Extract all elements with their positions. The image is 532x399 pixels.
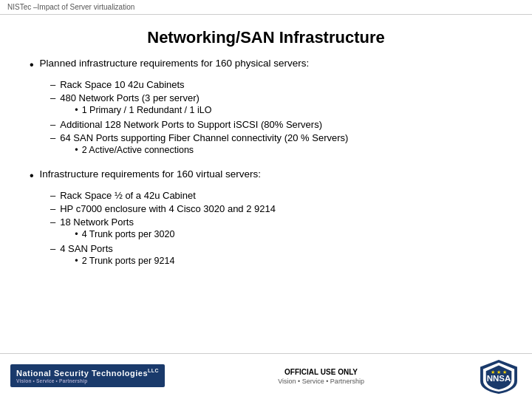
bullet-dot-1: • — [30, 58, 34, 73]
section1-intro-text: Planned infrastructure requirements for … — [40, 58, 310, 69]
sub-list-item: • 2 Trunk ports per 9214 — [75, 256, 174, 266]
header-bar: NISTec –Impact of Server virtualization — [0, 0, 532, 15]
section2-list: – Rack Space ½ of a 42u Cabinet – HP c70… — [50, 190, 502, 267]
list-item: – HP c7000 enclosure with 4 Cisco 3020 a… — [50, 203, 502, 214]
item-text: 64 SAN Ports supporting Fiber Channel co… — [60, 132, 348, 143]
item-text: 4 SAN Ports — [60, 243, 113, 254]
nst-sub: Vision • Service • Partnership — [16, 378, 159, 384]
sub-item-text: 4 Trunk ports per 3020 — [82, 229, 175, 239]
dash-icon: – — [50, 190, 55, 201]
footer-center: OFFICIAL USE ONLY Vision • Service • Par… — [165, 368, 477, 385]
sub-list-item: • 4 Trunk ports per 3020 — [75, 229, 174, 239]
nnsa-logo-svg: NNSA ★ ★ ★ — [477, 358, 520, 394]
dash-icon: – — [50, 216, 55, 228]
dash-icon: – — [50, 243, 55, 254]
bullet-small: • — [75, 145, 78, 155]
footer: National Security TechnologiesLLC Vision… — [0, 353, 532, 399]
dash-icon: – — [50, 132, 55, 143]
item-text: 18 Network Ports — [60, 216, 134, 228]
sub-sub-list: • 4 Trunk ports per 3020 — [75, 229, 174, 239]
section-physical: • Planned infrastructure requirements fo… — [30, 58, 502, 157]
sub-item-text: 2 Active/Active connections — [82, 145, 194, 155]
bullet-dot-2: • — [30, 168, 34, 184]
header-label: NISTec –Impact of Server virtualization — [7, 3, 134, 11]
content-area: • Planned infrastructure requirements fo… — [0, 58, 532, 267]
section2-intro-text: Infrastructure requirements for 160 virt… — [40, 168, 261, 180]
item-text: HP c7000 enclosure with 4 Cisco 3020 and… — [60, 203, 276, 214]
sub-sub-list: • 2 Active/Active connections — [75, 145, 348, 155]
item-text: Rack Space 10 42u Cabinets — [60, 79, 184, 90]
section-virtual: • Infrastructure requirements for 160 vi… — [30, 168, 502, 267]
section1-intro: • Planned infrastructure requirements fo… — [30, 58, 502, 73]
sub-list-item: • 2 Active/Active connections — [75, 145, 348, 155]
sub-sub-list: • 1 Primary / 1 Redundant / 1 iLO — [75, 105, 211, 115]
dash-icon: – — [50, 119, 55, 130]
footer-logo-right: NNSA ★ ★ ★ — [477, 358, 522, 395]
section2-intro: • Infrastructure requirements for 160 vi… — [30, 168, 502, 184]
list-item: – 64 SAN Ports supporting Fiber Channel … — [50, 132, 502, 157]
list-item: – Rack Space 10 42u Cabinets — [50, 79, 502, 90]
svg-text:★ ★ ★: ★ ★ ★ — [491, 369, 507, 375]
sub-item-text: 1 Primary / 1 Redundant / 1 iLO — [82, 105, 212, 115]
item-text: 480 Network Ports (3 per server) — [60, 92, 200, 103]
page-title: Networking/SAN Infrastructure — [0, 28, 532, 47]
sub-list-item: • 1 Primary / 1 Redundant / 1 iLO — [75, 105, 211, 115]
list-item: – 480 Network Ports (3 per server) • 1 P… — [50, 92, 502, 117]
list-item: – Rack Space ½ of a 42u Cabinet — [50, 190, 502, 201]
official-use-label: OFFICIAL USE ONLY — [165, 368, 477, 376]
bullet-small: • — [75, 256, 78, 266]
dash-icon: – — [50, 203, 55, 214]
item-text: Additional 128 Network Ports to Support … — [60, 119, 322, 130]
dash-icon: – — [50, 92, 55, 103]
dash-icon: – — [50, 79, 55, 90]
section1-list: – Rack Space 10 42u Cabinets – 480 Netwo… — [50, 79, 502, 157]
footer-logo-left: National Security TechnologiesLLC Vision… — [10, 364, 165, 389]
item-text: Rack Space ½ of a 42u Cabinet — [60, 190, 196, 201]
list-item: – 4 SAN Ports • 2 Trunk ports per 9214 — [50, 243, 502, 267]
sub-sub-list: • 2 Trunk ports per 9214 — [75, 256, 174, 266]
footer-mission: Vision • Service • Partnership — [165, 378, 477, 385]
nst-logo-box: National Security TechnologiesLLC Vision… — [10, 364, 165, 387]
svg-text:NNSA: NNSA — [487, 373, 511, 382]
nst-logo-text: National Security TechnologiesLLC — [16, 367, 159, 378]
sub-item-text: 2 Trunk ports per 9214 — [82, 256, 175, 266]
bullet-small: • — [75, 229, 78, 239]
bullet-small: • — [75, 105, 78, 115]
list-item: – Additional 128 Network Ports to Suppor… — [50, 119, 502, 130]
list-item: – 18 Network Ports • 4 Trunk ports per 3… — [50, 216, 502, 241]
